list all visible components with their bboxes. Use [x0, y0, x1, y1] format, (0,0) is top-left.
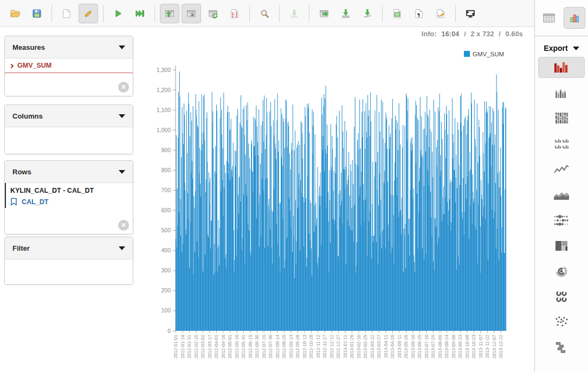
download-data-button[interactable] [358, 4, 377, 23]
multiple-donut-chart-button[interactable] [538, 286, 585, 307]
svg-text:2012-01-16: 2012-01-16 [180, 335, 185, 358]
run-play-button[interactable] [108, 4, 128, 23]
dot-matrix-chart-button[interactable] [538, 210, 585, 231]
multiple-bar-chart-button[interactable] [538, 133, 585, 154]
svg-text:2013-04-26: 2013-04-26 [390, 335, 395, 358]
columns-panel-title: Columns [12, 112, 43, 120]
sunburst-chart-icon [552, 264, 571, 279]
svg-text:2013-06-10: 2013-06-10 [410, 335, 416, 358]
search-magnifier-button[interactable] [255, 4, 274, 23]
svg-text:2013-06-25: 2013-06-25 [417, 335, 422, 358]
query-info: Info: 16:04 / 2 x 732 / 0.60s [303, 30, 523, 38]
rows-dimension-group: KYLIN_CAL_DT - CAL_DT CAL_DT [5, 183, 133, 208]
svg-text:600: 600 [161, 207, 171, 213]
download-arrow-disabled-icon [289, 8, 300, 19]
open-folder-button[interactable] [5, 4, 25, 23]
search-magnifier-icon [259, 8, 270, 19]
svg-text:2012-04-01: 2012-04-01 [214, 335, 219, 358]
line-chart-button[interactable] [538, 159, 585, 180]
new-document-icon [61, 8, 72, 19]
table-refresh-icon [208, 8, 218, 19]
mdx-pencil-button[interactable] [431, 4, 450, 23]
sunburst-chart-button[interactable] [538, 260, 585, 282]
excel-file-icon [392, 8, 403, 19]
treemap-chart-icon [552, 238, 571, 253]
svg-text:800: 800 [161, 167, 171, 173]
stacked-bar-chart-button[interactable] [538, 82, 585, 103]
table-fields-button[interactable] [182, 4, 201, 23]
treemap-chart-button[interactable] [538, 235, 585, 256]
non-empty-brackets-button[interactable]: [·] [225, 4, 244, 23]
svg-text:2013-09-08: 2013-09-08 [451, 335, 456, 358]
svg-text:200: 200 [161, 287, 171, 293]
export-dropdown[interactable]: Export [535, 44, 588, 53]
download-arrow-disabled-button[interactable] [285, 4, 304, 23]
dot-matrix-chart-icon [552, 213, 571, 228]
svg-text:2012-05-31: 2012-05-31 [241, 335, 246, 358]
stacked-bar-100-chart-button[interactable] [538, 108, 585, 129]
bar-chart-canvas: GMV_SUM01002003004005006007008009001,000… [145, 45, 525, 372]
clear-measures-button[interactable]: ✕ [118, 82, 129, 93]
columns-panel-header[interactable]: Columns [5, 105, 133, 127]
edit-pencil-button[interactable] [79, 4, 98, 23]
filter-panel-header[interactable]: Filter [5, 237, 133, 259]
svg-text:2013-05-11: 2013-05-11 [397, 335, 402, 358]
table-arrow-up-button[interactable] [160, 4, 179, 23]
multiple-donut-chart-icon [552, 289, 571, 304]
new-document-button[interactable] [57, 4, 76, 23]
table-arrow-right-button[interactable] [314, 4, 334, 23]
caret-down-icon [573, 47, 579, 50]
csv-file-button[interactable] [409, 4, 429, 23]
svg-text:2012-11-27: 2012-11-27 [322, 335, 327, 358]
info-duration: 0.60s [506, 30, 523, 38]
svg-text:2012-09-28: 2012-09-28 [295, 335, 300, 358]
svg-text:2013-03-12: 2013-03-12 [370, 335, 375, 358]
line-chart-icon [552, 162, 571, 177]
download-chart-button[interactable] [336, 4, 356, 23]
rows-item-cal-dt[interactable]: CAL_DT [10, 198, 128, 206]
table-refresh-button[interactable] [203, 4, 223, 23]
svg-text:2013-05-26: 2013-05-26 [403, 335, 409, 358]
rows-panel-header[interactable]: Rows [5, 161, 133, 183]
table-mode-button[interactable] [538, 7, 560, 29]
bar-chart-button[interactable] [538, 57, 585, 78]
caret-down-icon[interactable] [119, 246, 125, 250]
clear-rows-button[interactable]: ✕ [118, 220, 129, 231]
table-fields-icon [186, 8, 197, 19]
svg-text:2012-09-13: 2012-09-13 [288, 335, 294, 358]
save-disk-button[interactable] [27, 4, 47, 23]
svg-text:2012-07-30: 2012-07-30 [268, 335, 273, 358]
svg-text:2012-03-02: 2012-03-02 [200, 335, 205, 358]
scatter-chart-button[interactable] [538, 311, 585, 332]
svg-text:1,300: 1,300 [157, 67, 171, 73]
svg-text:2012-05-16: 2012-05-16 [234, 335, 240, 358]
export-label: Export [544, 44, 567, 53]
excel-file-button[interactable] [387, 4, 407, 23]
auto-run-button[interactable] [130, 4, 150, 23]
measures-panel-header[interactable]: Measures [5, 36, 133, 58]
download-data-icon [362, 8, 373, 19]
svg-text:2012-03-17: 2012-03-17 [207, 335, 212, 358]
info-size: 2 x 732 [471, 30, 494, 38]
table-arrow-right-icon [319, 8, 329, 19]
svg-text:500: 500 [161, 227, 171, 233]
waterfall-chart-button[interactable] [538, 337, 585, 358]
svg-text:1,200: 1,200 [157, 87, 171, 93]
svg-text:2013-03-27: 2013-03-27 [376, 335, 382, 358]
edit-pencil-icon [83, 8, 94, 19]
svg-text:2012-12-12: 2012-12-12 [329, 335, 334, 358]
svg-text:900: 900 [161, 147, 171, 153]
measures-panel: Measures GMV_SUM ✕ [4, 36, 133, 96]
chart-mode-button[interactable] [564, 7, 585, 29]
area-chart-button[interactable] [538, 184, 585, 205]
caret-down-icon[interactable] [119, 170, 125, 174]
screen-capture-button[interactable] [461, 4, 480, 23]
caret-down-icon[interactable] [119, 45, 125, 49]
toolbar-separator [51, 5, 52, 22]
toolbar-separator [309, 5, 309, 22]
caret-down-icon[interactable] [119, 114, 125, 118]
measure-item-gmv-sum[interactable]: GMV_SUM [5, 58, 133, 73]
right-sidebar: Export [534, 0, 588, 372]
area-chart-icon [552, 187, 571, 203]
svg-text:2013-11-22: 2013-11-22 [484, 335, 490, 358]
